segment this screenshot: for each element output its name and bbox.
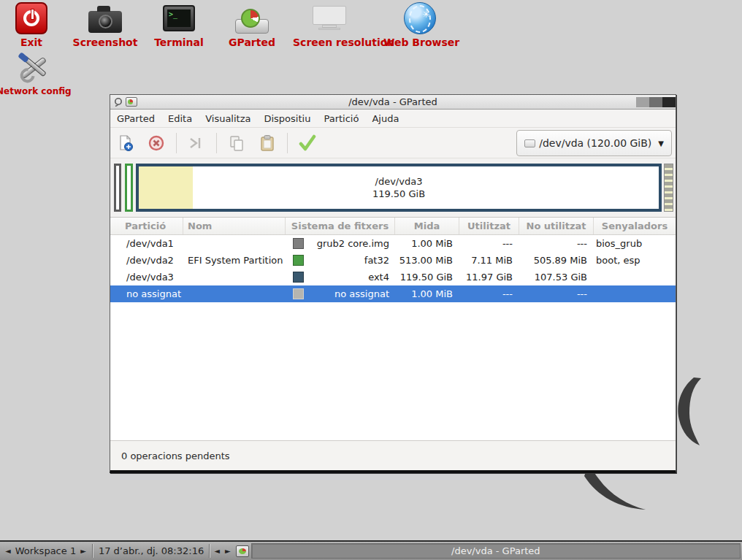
partition-table: Partició Nom Sistema de fitxers Mida Uti…: [110, 217, 676, 440]
taskbar-separator: [92, 544, 93, 558]
cell-flags: boot, esp: [594, 255, 676, 266]
maximize-button[interactable]: [649, 97, 662, 107]
gparted-task-icon[interactable]: [236, 545, 249, 557]
menu-edit[interactable]: Edita: [161, 110, 199, 127]
cell-filesystem: grub2 core.img: [304, 238, 395, 249]
menu-partition[interactable]: Partició: [317, 110, 365, 127]
minimize-button[interactable]: [636, 97, 649, 107]
desktop-icon-exit[interactable]: Exit: [0, 1, 68, 48]
delete-partition-button[interactable]: [144, 131, 169, 155]
toolbar-separator: [176, 133, 177, 153]
resize-move-icon: [188, 135, 205, 151]
desktop-icon-label: Screenshot: [69, 37, 142, 48]
apply-button[interactable]: [295, 131, 320, 155]
toolbar-separator: [287, 133, 288, 153]
chevron-down-icon: ▼: [658, 139, 664, 147]
desktop-icon-terminal[interactable]: >_ Terminal: [142, 1, 215, 48]
desktop-icon-label: Web Browser: [383, 37, 456, 48]
visual-partition-vda3[interactable]: /dev/vda3 119.50 GiB: [136, 164, 662, 212]
desktop-icon-screen-resolution[interactable]: Screen resolution: [293, 1, 366, 48]
resize-move-button[interactable]: [184, 131, 209, 155]
menubar: GParted Edita Visualitza Dispositiu Part…: [110, 110, 676, 128]
visual-partition-vda2[interactable]: [125, 164, 133, 212]
paste-button[interactable]: [255, 131, 280, 155]
taskbar: ◄ Workspace 1 ► 17 d’abr., dj. 08:32:16 …: [0, 540, 742, 560]
cell-partition: /dev/vda3: [110, 272, 183, 283]
column-header-name[interactable]: Nom: [183, 218, 286, 234]
desktop-icon-screenshot[interactable]: Screenshot: [69, 1, 142, 48]
copy-button[interactable]: [224, 131, 249, 155]
cell-size: 513.00 MiB: [395, 255, 459, 266]
workspace-next-arrow[interactable]: ►: [80, 547, 87, 555]
cell-used: 7.11 MiB: [459, 255, 519, 266]
table-row[interactable]: /dev/vda2 EFI System Partition fat32 513…: [110, 252, 676, 269]
menu-device[interactable]: Dispositiu: [257, 110, 317, 127]
cell-unused: 107.53 GiB: [519, 272, 594, 283]
desktop-icon-gparted[interactable]: GParted: [215, 1, 288, 48]
status-bar: 0 operacions pendents: [110, 440, 676, 470]
new-partition-button[interactable]: [113, 131, 138, 155]
cell-partition: /dev/vda1: [110, 238, 183, 249]
filesystem-color-swatch: [293, 288, 304, 299]
copy-icon: [228, 134, 245, 152]
monitor-icon: [293, 1, 366, 35]
cell-filesystem: no assignat: [304, 288, 395, 299]
workspace-label: Workspace 1: [15, 545, 76, 556]
cell-unused: 505.89 MiB: [519, 255, 594, 266]
visual-partition-label: /dev/vda3: [375, 175, 423, 188]
column-header-used[interactable]: Utilitzat: [459, 218, 519, 234]
task-title: /dev/vda - GParted: [451, 545, 540, 556]
filesystem-color-swatch: [293, 272, 304, 283]
disk-pie-icon: [215, 1, 288, 35]
apply-check-icon: [298, 134, 317, 152]
power-icon: [0, 1, 68, 35]
cell-name: EFI System Partition: [183, 255, 286, 266]
cell-size: 1.00 MiB: [395, 288, 459, 299]
window-titlebar[interactable]: /dev/vda - GParted: [110, 95, 676, 110]
column-header-partition[interactable]: Partició: [110, 218, 183, 234]
column-header-filesystem[interactable]: Sistema de fitxers: [286, 218, 395, 234]
desktop-icon-web-browser[interactable]: ✳ Web Browser: [383, 1, 456, 48]
desktop-icon-label: GParted: [215, 37, 288, 48]
table-header-row: Partició Nom Sistema de fitxers Mida Uti…: [110, 218, 676, 235]
paste-icon: [259, 134, 276, 152]
clock: 17 d’abr., dj. 08:32:16: [94, 542, 208, 560]
toolbar-separator: [216, 133, 217, 153]
table-row[interactable]: /dev/vda1 grub2 core.img 1.00 MiB --- --…: [110, 235, 676, 252]
column-header-unused[interactable]: No utilitzat: [519, 218, 594, 234]
device-selector-value: /dev/vda (120.00 GiB): [539, 137, 651, 149]
visual-partition-unallocated[interactable]: [664, 164, 673, 212]
menu-help[interactable]: Ajuda: [365, 110, 405, 127]
device-selector[interactable]: /dev/vda (120.00 GiB) ▼: [516, 130, 672, 156]
menu-view[interactable]: Visualitza: [199, 110, 257, 127]
workspace-prev-arrow[interactable]: ◄: [4, 547, 12, 555]
desktop-icon-label: Exit: [0, 37, 68, 48]
tools-icon: [0, 51, 69, 85]
taskbar-task-gparted[interactable]: /dev/vda - GParted: [251, 543, 741, 559]
table-row-selected[interactable]: no assignat no assignat 1.00 MiB --- ---: [110, 285, 676, 302]
visual-partition-vda1[interactable]: [114, 164, 121, 212]
close-button[interactable]: [662, 97, 676, 107]
menu-gparted[interactable]: GParted: [110, 110, 161, 127]
pending-operations-status: 0 operacions pendents: [121, 450, 230, 461]
cell-filesystem: fat32: [304, 255, 395, 266]
clock-text: 17 d’abr., dj. 08:32:16: [99, 545, 204, 556]
taskbar-separator: [209, 544, 210, 558]
tasklist-prev-arrow[interactable]: ◄: [213, 547, 221, 555]
cell-size: 119.50 GiB: [395, 272, 459, 283]
table-row[interactable]: /dev/vda3 ext4 119.50 GiB 11.97 GiB 107.…: [110, 269, 676, 285]
filesystem-color-swatch: [293, 238, 304, 249]
visual-partition-size: 119.50 GiB: [372, 188, 425, 200]
desktop-icon-network-config[interactable]: Network config: [0, 51, 69, 96]
cell-partition: no assignat: [110, 288, 183, 299]
cell-used: ---: [459, 288, 519, 299]
cell-partition: /dev/vda2: [110, 255, 183, 266]
window-title: /dev/vda - GParted: [110, 96, 676, 107]
cell-used: 11.97 GiB: [459, 272, 519, 283]
column-header-flags[interactable]: Senyaladors: [594, 218, 676, 234]
column-header-size[interactable]: Mida: [395, 218, 459, 234]
globe-icon: ✳: [383, 1, 456, 35]
tasklist-next-arrow[interactable]: ►: [224, 547, 232, 555]
workspace-switcher: ◄ Workspace 1 ►: [0, 542, 91, 560]
cell-unused: ---: [519, 238, 594, 249]
